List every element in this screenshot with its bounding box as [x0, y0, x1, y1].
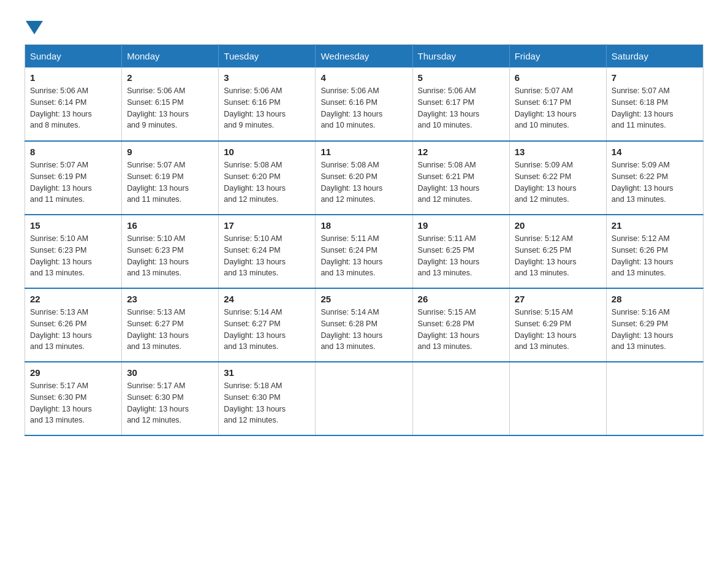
day-info: Sunrise: 5:10 AM Sunset: 6:23 PM Dayligh…: [30, 233, 116, 279]
logo: [25, 18, 43, 32]
day-number: 16: [127, 220, 213, 231]
calendar-cell: 15 Sunrise: 5:10 AM Sunset: 6:23 PM Dayl…: [25, 215, 122, 288]
calendar-cell: 10 Sunrise: 5:08 AM Sunset: 6:20 PM Dayl…: [219, 141, 316, 215]
day-number: 1: [30, 72, 116, 83]
day-number: 26: [418, 294, 504, 304]
calendar-cell: 13 Sunrise: 5:09 AM Sunset: 6:22 PM Dayl…: [509, 141, 606, 215]
day-number: 17: [224, 220, 310, 231]
calendar-cell: 5 Sunrise: 5:06 AM Sunset: 6:17 PM Dayli…: [412, 67, 509, 141]
day-info: Sunrise: 5:13 AM Sunset: 6:27 PM Dayligh…: [127, 307, 213, 353]
weekday-header-row: SundayMondayTuesdayWednesdayThursdayFrid…: [25, 45, 703, 68]
calendar-week-row: 22 Sunrise: 5:13 AM Sunset: 6:26 PM Dayl…: [25, 288, 703, 362]
day-info: Sunrise: 5:14 AM Sunset: 6:27 PM Dayligh…: [224, 307, 310, 353]
day-number: 3: [224, 72, 310, 83]
calendar-cell: 28 Sunrise: 5:16 AM Sunset: 6:29 PM Dayl…: [606, 288, 703, 362]
calendar-cell: 16 Sunrise: 5:10 AM Sunset: 6:23 PM Dayl…: [122, 215, 219, 288]
calendar-cell: [316, 362, 412, 435]
calendar-cell: 30 Sunrise: 5:17 AM Sunset: 6:30 PM Dayl…: [122, 362, 219, 435]
day-number: 2: [127, 72, 213, 83]
calendar-table: SundayMondayTuesdayWednesdayThursdayFrid…: [25, 44, 703, 436]
day-number: 30: [127, 367, 213, 378]
calendar-body: 1 Sunrise: 5:06 AM Sunset: 6:14 PM Dayli…: [25, 67, 703, 435]
day-info: Sunrise: 5:07 AM Sunset: 6:19 PM Dayligh…: [127, 159, 213, 205]
day-info: Sunrise: 5:09 AM Sunset: 6:22 PM Dayligh…: [612, 159, 698, 205]
calendar-week-row: 8 Sunrise: 5:07 AM Sunset: 6:19 PM Dayli…: [25, 141, 703, 215]
calendar-cell: 14 Sunrise: 5:09 AM Sunset: 6:22 PM Dayl…: [606, 141, 703, 215]
calendar-cell: [606, 362, 703, 435]
weekday-header-thursday: Thursday: [412, 45, 509, 68]
weekday-header-wednesday: Wednesday: [316, 45, 412, 68]
day-info: Sunrise: 5:10 AM Sunset: 6:23 PM Dayligh…: [127, 233, 213, 279]
day-number: 24: [224, 294, 310, 304]
day-number: 20: [515, 220, 601, 231]
day-number: 8: [30, 147, 116, 157]
calendar-week-row: 15 Sunrise: 5:10 AM Sunset: 6:23 PM Dayl…: [25, 215, 703, 288]
day-info: Sunrise: 5:06 AM Sunset: 6:17 PM Dayligh…: [418, 85, 504, 131]
calendar-cell: 29 Sunrise: 5:17 AM Sunset: 6:30 PM Dayl…: [25, 362, 122, 435]
day-number: 7: [612, 72, 698, 83]
day-number: 12: [418, 147, 504, 157]
weekday-header-monday: Monday: [122, 45, 219, 68]
day-number: 23: [127, 294, 213, 304]
calendar-cell: 24 Sunrise: 5:14 AM Sunset: 6:27 PM Dayl…: [219, 288, 316, 362]
day-number: 6: [515, 72, 601, 83]
day-number: 9: [127, 147, 213, 157]
day-number: 18: [320, 220, 407, 231]
day-info: Sunrise: 5:15 AM Sunset: 6:28 PM Dayligh…: [418, 307, 504, 353]
logo-triangle-icon: [26, 21, 43, 34]
day-info: Sunrise: 5:14 AM Sunset: 6:28 PM Dayligh…: [320, 307, 407, 353]
calendar-cell: 20 Sunrise: 5:12 AM Sunset: 6:25 PM Dayl…: [509, 215, 606, 288]
day-info: Sunrise: 5:07 AM Sunset: 6:19 PM Dayligh…: [30, 159, 116, 205]
calendar-cell: 11 Sunrise: 5:08 AM Sunset: 6:20 PM Dayl…: [316, 141, 412, 215]
day-number: 11: [320, 147, 407, 157]
day-info: Sunrise: 5:09 AM Sunset: 6:22 PM Dayligh…: [515, 159, 601, 205]
day-info: Sunrise: 5:18 AM Sunset: 6:30 PM Dayligh…: [224, 380, 310, 426]
day-info: Sunrise: 5:08 AM Sunset: 6:21 PM Dayligh…: [418, 159, 504, 205]
day-number: 25: [320, 294, 407, 304]
day-number: 27: [515, 294, 601, 304]
day-info: Sunrise: 5:10 AM Sunset: 6:24 PM Dayligh…: [224, 233, 310, 279]
calendar-cell: [412, 362, 509, 435]
page-header: [25, 18, 703, 32]
day-info: Sunrise: 5:08 AM Sunset: 6:20 PM Dayligh…: [320, 159, 407, 205]
day-number: 21: [612, 220, 698, 231]
day-info: Sunrise: 5:06 AM Sunset: 6:16 PM Dayligh…: [224, 85, 310, 131]
day-info: Sunrise: 5:17 AM Sunset: 6:30 PM Dayligh…: [30, 380, 116, 426]
weekday-header-tuesday: Tuesday: [219, 45, 316, 68]
weekday-header-friday: Friday: [509, 45, 606, 68]
day-info: Sunrise: 5:17 AM Sunset: 6:30 PM Dayligh…: [127, 380, 213, 426]
calendar-cell: 31 Sunrise: 5:18 AM Sunset: 6:30 PM Dayl…: [219, 362, 316, 435]
day-number: 15: [30, 220, 116, 231]
day-number: 31: [224, 367, 310, 378]
calendar-cell: 3 Sunrise: 5:06 AM Sunset: 6:16 PM Dayli…: [219, 67, 316, 141]
day-info: Sunrise: 5:07 AM Sunset: 6:17 PM Dayligh…: [515, 85, 601, 131]
day-info: Sunrise: 5:12 AM Sunset: 6:26 PM Dayligh…: [612, 233, 698, 279]
calendar-cell: 6 Sunrise: 5:07 AM Sunset: 6:17 PM Dayli…: [509, 67, 606, 141]
calendar-cell: 23 Sunrise: 5:13 AM Sunset: 6:27 PM Dayl…: [122, 288, 219, 362]
calendar-cell: 22 Sunrise: 5:13 AM Sunset: 6:26 PM Dayl…: [25, 288, 122, 362]
calendar-cell: 9 Sunrise: 5:07 AM Sunset: 6:19 PM Dayli…: [122, 141, 219, 215]
calendar-week-row: 1 Sunrise: 5:06 AM Sunset: 6:14 PM Dayli…: [25, 67, 703, 141]
calendar-cell: 4 Sunrise: 5:06 AM Sunset: 6:16 PM Dayli…: [316, 67, 412, 141]
calendar-cell: 26 Sunrise: 5:15 AM Sunset: 6:28 PM Dayl…: [412, 288, 509, 362]
day-info: Sunrise: 5:16 AM Sunset: 6:29 PM Dayligh…: [612, 307, 698, 353]
calendar-cell: 12 Sunrise: 5:08 AM Sunset: 6:21 PM Dayl…: [412, 141, 509, 215]
day-info: Sunrise: 5:12 AM Sunset: 6:25 PM Dayligh…: [515, 233, 601, 279]
calendar-cell: 18 Sunrise: 5:11 AM Sunset: 6:24 PM Dayl…: [316, 215, 412, 288]
calendar-cell: 7 Sunrise: 5:07 AM Sunset: 6:18 PM Dayli…: [606, 67, 703, 141]
day-info: Sunrise: 5:06 AM Sunset: 6:15 PM Dayligh…: [127, 85, 213, 131]
day-number: 14: [612, 147, 698, 157]
day-info: Sunrise: 5:11 AM Sunset: 6:25 PM Dayligh…: [418, 233, 504, 279]
day-number: 22: [30, 294, 116, 304]
calendar-cell: 1 Sunrise: 5:06 AM Sunset: 6:14 PM Dayli…: [25, 67, 122, 141]
calendar-cell: 21 Sunrise: 5:12 AM Sunset: 6:26 PM Dayl…: [606, 215, 703, 288]
day-info: Sunrise: 5:06 AM Sunset: 6:16 PM Dayligh…: [320, 85, 407, 131]
day-number: 28: [612, 294, 698, 304]
calendar-week-row: 29 Sunrise: 5:17 AM Sunset: 6:30 PM Dayl…: [25, 362, 703, 435]
calendar-cell: [509, 362, 606, 435]
day-info: Sunrise: 5:15 AM Sunset: 6:29 PM Dayligh…: [515, 307, 601, 353]
calendar-cell: 27 Sunrise: 5:15 AM Sunset: 6:29 PM Dayl…: [509, 288, 606, 362]
day-info: Sunrise: 5:08 AM Sunset: 6:20 PM Dayligh…: [224, 159, 310, 205]
day-info: Sunrise: 5:06 AM Sunset: 6:14 PM Dayligh…: [30, 85, 116, 131]
calendar-cell: 17 Sunrise: 5:10 AM Sunset: 6:24 PM Dayl…: [219, 215, 316, 288]
